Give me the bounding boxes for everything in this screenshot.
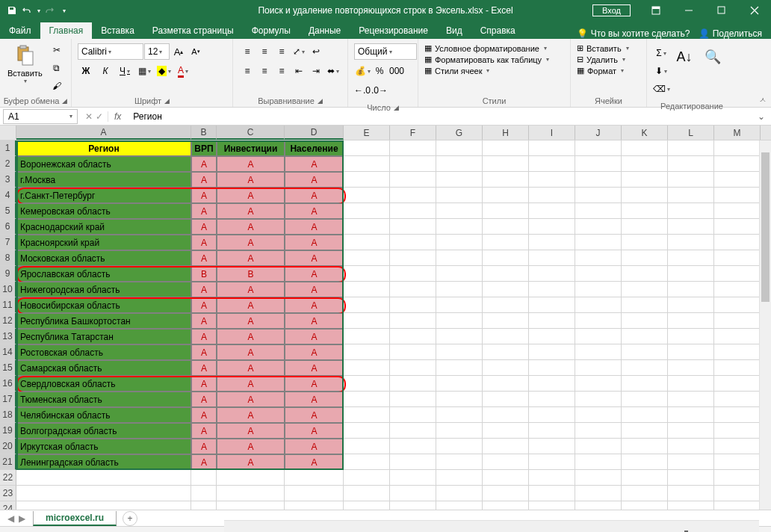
cell[interactable]: Челябинская область (16, 407, 191, 423)
cell[interactable] (575, 439, 622, 454)
cell[interactable] (344, 266, 390, 282)
cell[interactable] (575, 188, 622, 203)
table-row[interactable]: Республика БашкортостанAAA (16, 313, 761, 329)
cell[interactable]: A (285, 235, 344, 250)
col-header-L[interactable]: L (668, 126, 714, 140)
bold-icon[interactable]: Ж (78, 63, 94, 79)
cell[interactable] (344, 376, 390, 392)
format-cells-button[interactable]: ▦Формат ▾ (577, 66, 624, 75)
cell[interactable] (575, 266, 622, 282)
cell[interactable] (390, 156, 436, 172)
cell-styles-button[interactable]: ▦Стили ячеек ▾ (424, 66, 489, 75)
cell[interactable] (668, 156, 714, 172)
cell[interactable] (483, 439, 529, 454)
cell[interactable] (344, 313, 390, 329)
table-row[interactable]: РегионВРПИнвестицииНаселение (16, 140, 761, 156)
cell[interactable] (436, 407, 483, 423)
table-row[interactable]: Ленинградская областьAAA (16, 454, 761, 470)
cell[interactable] (483, 392, 529, 407)
row-header[interactable]: 2 (0, 156, 16, 172)
cell[interactable] (344, 407, 390, 423)
undo-dropdown-icon[interactable]: ▾ (37, 7, 40, 14)
cell[interactable] (622, 407, 668, 423)
cell[interactable]: B (191, 266, 217, 282)
table-row[interactable] (16, 486, 761, 501)
cell[interactable]: A (191, 250, 217, 266)
format-table-button[interactable]: ▦Форматировать как таблицу ▾ (424, 55, 549, 64)
cell[interactable] (344, 329, 390, 344)
table-row[interactable] (16, 470, 761, 486)
align-middle-icon[interactable]: ≡ (256, 43, 273, 60)
cell[interactable] (575, 250, 622, 266)
cell[interactable] (714, 486, 761, 501)
cell[interactable] (344, 454, 390, 470)
cell[interactable] (483, 266, 529, 282)
font-name-combo[interactable]: Calibri▾ (78, 43, 143, 60)
cell[interactable] (344, 486, 390, 501)
cell[interactable]: A (191, 172, 217, 188)
cell[interactable] (668, 172, 714, 188)
cell[interactable] (344, 439, 390, 454)
row-header[interactable]: 8 (0, 250, 16, 266)
cell[interactable] (668, 329, 714, 344)
cell[interactable] (285, 501, 344, 510)
cell[interactable] (529, 439, 575, 454)
cell[interactable] (714, 454, 761, 470)
conditional-format-button[interactable]: ▦Условное форматирование ▾ (424, 43, 547, 53)
cell[interactable] (16, 486, 191, 501)
delete-cells-button[interactable]: ⊟Удалить ▾ (577, 55, 625, 64)
cell[interactable]: A (217, 376, 285, 392)
cell[interactable] (483, 470, 529, 486)
cell[interactable]: A (217, 219, 285, 235)
cell[interactable]: A (191, 407, 217, 423)
col-header-B[interactable]: B (191, 126, 217, 140)
cell[interactable] (390, 172, 436, 188)
cell[interactable] (529, 486, 575, 501)
cell[interactable]: A (217, 250, 285, 266)
cell[interactable] (575, 282, 622, 297)
cell[interactable] (529, 423, 575, 439)
table-row[interactable]: Ростовская областьAAA (16, 344, 761, 360)
cell[interactable] (575, 360, 622, 376)
cell[interactable]: A (217, 392, 285, 407)
cell[interactable] (622, 486, 668, 501)
cell[interactable] (668, 376, 714, 392)
cell[interactable] (390, 250, 436, 266)
cell[interactable]: A (217, 313, 285, 329)
cell[interactable]: Самарская область (16, 360, 191, 376)
cut-icon[interactable]: ✂ (49, 42, 65, 58)
cell[interactable] (622, 313, 668, 329)
cell[interactable] (714, 329, 761, 344)
cell[interactable] (622, 235, 668, 250)
cell[interactable] (529, 172, 575, 188)
cell[interactable]: Волгоградская область (16, 423, 191, 439)
save-icon[interactable] (6, 4, 18, 16)
cell[interactable] (390, 470, 436, 486)
cell[interactable]: A (285, 329, 344, 344)
table-row[interactable]: Волгоградская областьAAA (16, 423, 761, 439)
paste-button[interactable]: Вставить ▾ (3, 40, 47, 87)
cell[interactable]: ВРП (191, 140, 217, 156)
share-button[interactable]: 👤 Поделиться (699, 28, 762, 39)
cell[interactable] (529, 250, 575, 266)
cell[interactable]: г.Санкт-Петербург (16, 188, 191, 203)
cell[interactable] (344, 360, 390, 376)
cell[interactable] (714, 219, 761, 235)
cell[interactable] (390, 203, 436, 219)
cell[interactable] (622, 156, 668, 172)
cell[interactable] (529, 376, 575, 392)
cell[interactable]: A (191, 297, 217, 313)
cell[interactable] (529, 470, 575, 486)
cell[interactable]: A (191, 360, 217, 376)
undo-icon[interactable] (21, 4, 33, 16)
cell[interactable] (436, 392, 483, 407)
cell[interactable] (436, 297, 483, 313)
cell[interactable] (575, 297, 622, 313)
row-header[interactable]: 13 (0, 329, 16, 344)
font-size-combo[interactable]: 12▾ (144, 43, 170, 60)
table-row[interactable]: Ярославская областьBBA (16, 266, 761, 282)
cell[interactable] (575, 486, 622, 501)
wrap-text-icon[interactable]: ↩ (308, 43, 324, 60)
cell[interactable] (436, 454, 483, 470)
cell[interactable]: A (191, 219, 217, 235)
